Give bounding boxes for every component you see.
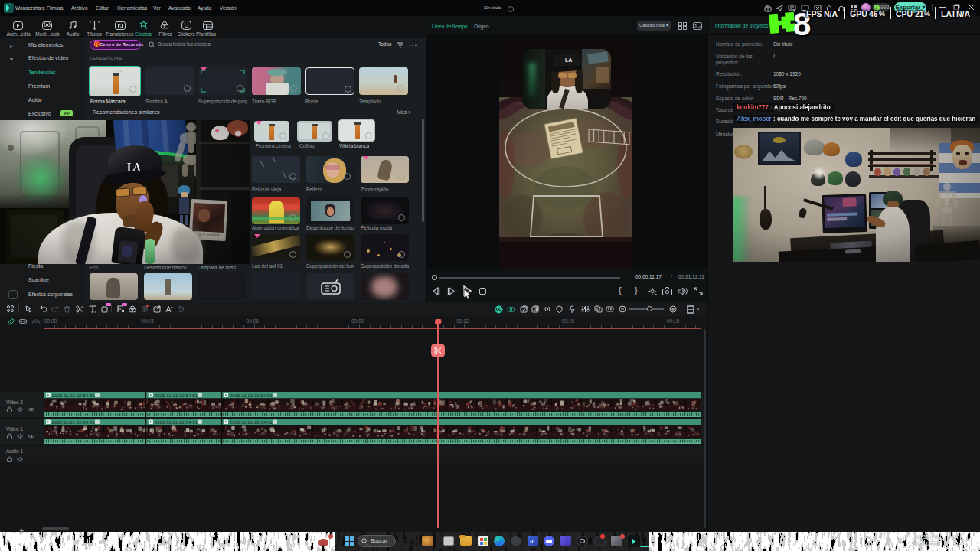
svg-text:2025-11-21 22-54-51: 2025-11-21 22-54-51 — [52, 393, 96, 398]
svg-text:2025-11-21 22-54-51: 2025-11-21 22-54-51 — [52, 420, 96, 425]
svg-text:2025-11-21 22-54-51: 2025-11-21 22-54-51 — [230, 393, 273, 398]
svg-text:2025-11-21 22-54-51: 2025-11-21 22-54-51 — [155, 420, 198, 425]
svg-text:2025-11-21 22-54-51: 2025-11-21 22-54-51 — [230, 420, 273, 425]
svg-text:2025-11-21 22-54-51: 2025-11-21 22-54-51 — [155, 393, 198, 398]
